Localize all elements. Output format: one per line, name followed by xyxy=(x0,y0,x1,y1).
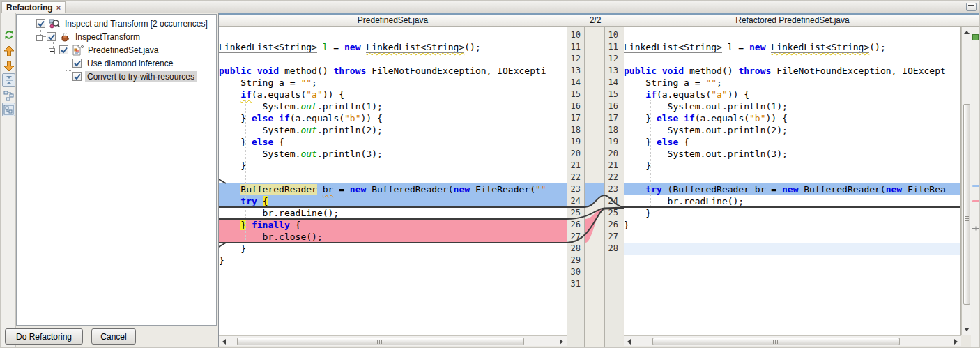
scroll-right-icon[interactable] xyxy=(954,339,958,345)
diff-region-border xyxy=(624,206,960,208)
code-line: } else if(a.equals("b")) { xyxy=(219,112,567,124)
scroll-up-icon[interactable] xyxy=(964,31,970,34)
code-line xyxy=(624,231,960,243)
code-line: System.out.println(3); xyxy=(219,148,567,160)
diff-region-border xyxy=(219,242,567,243)
tree-item-label: Convert to try-with-resources xyxy=(85,71,197,82)
vertical-scrollbar[interactable]: ​ xyxy=(961,27,971,335)
diff-region-border xyxy=(219,206,567,208)
checkbox[interactable] xyxy=(59,45,68,54)
code-line: } else if(a.equals("b")) { xyxy=(624,112,960,124)
diff-header: PredefinedSet.java 2/2 Refactored Predef… xyxy=(219,13,980,27)
collapse-node-icon[interactable] xyxy=(49,47,55,53)
java-file-icon xyxy=(72,45,83,56)
code-line xyxy=(219,172,567,183)
tree-item-label: InspectTransform xyxy=(73,31,142,43)
do-refactoring-button[interactable]: Do Refactoring xyxy=(5,328,83,345)
horizontal-scrollbar-thumb[interactable] xyxy=(652,338,900,345)
code-line xyxy=(219,266,567,278)
code-line xyxy=(624,243,960,255)
collapse-all-icon[interactable] xyxy=(2,73,15,87)
tree-item-label: Use diamond inference xyxy=(85,58,175,69)
refactoring-window: Refactoring × xyxy=(0,0,980,348)
tree-item-inspecttransform[interactable]: InspectTransform xyxy=(36,30,142,43)
code-line: } xyxy=(219,160,567,172)
left-file-title: PredefinedSet.java xyxy=(219,15,567,27)
code-line: System.out.println(2); xyxy=(219,124,567,136)
diff-connectors xyxy=(567,27,624,348)
diff-edge-curve xyxy=(219,27,227,335)
cancel-button[interactable]: Cancel xyxy=(91,328,136,345)
code-line xyxy=(219,29,567,41)
tree-connector xyxy=(66,70,72,71)
refactoring-preview-tree: Inspect and Transform [2 occurrences] In… xyxy=(16,14,217,326)
vertical-scrollbar-thumb[interactable]: ​ xyxy=(963,104,970,305)
code-line: LinkedList<String> l = new LinkedList<St… xyxy=(219,41,567,53)
code-line: } xyxy=(219,243,567,255)
checkbox[interactable] xyxy=(72,59,82,68)
added-diff-marker[interactable] xyxy=(972,185,979,187)
tree-item-inspect-and-transform[interactable]: Inspect and Transform [2 occurrences] xyxy=(36,17,210,30)
code-line: if(a.equals("a")) { xyxy=(624,89,960,100)
code-line: public void method() throws FileNotFound… xyxy=(624,65,960,77)
code-line: } xyxy=(624,160,960,172)
diff-counter: 2/2 xyxy=(567,15,624,27)
code-line: BufferedReader br = new BufferedReader(n… xyxy=(219,183,567,195)
code-line: System.out.println(1); xyxy=(624,100,960,112)
tree-item-convert-to-try-with-resources[interactable]: Convert to try-with-resources xyxy=(72,70,197,83)
code-line: LinkedList<String> l = new LinkedList<St… xyxy=(624,41,960,53)
tree-item-predefinedset-java[interactable]: PredefinedSet.java xyxy=(49,43,160,56)
source-code-panel[interactable]: LinkedList<String> l = new LinkedList<St… xyxy=(219,27,567,335)
scroll-left-icon[interactable] xyxy=(222,339,226,345)
sidebar-toolbar xyxy=(1,13,16,348)
code-line: br.close(); xyxy=(219,231,567,243)
removed-diff-marker[interactable] xyxy=(972,200,979,202)
code-line: String a = ""; xyxy=(219,77,567,89)
tab-title: Refactoring xyxy=(6,3,53,13)
code-line: br.readLine(); xyxy=(624,195,960,207)
inspect-transform-icon xyxy=(49,18,60,29)
code-line: } xyxy=(219,255,567,266)
code-line: br.readLine(); xyxy=(219,207,567,219)
java-class-icon xyxy=(59,31,70,43)
checkbox[interactable] xyxy=(36,19,45,28)
checkbox[interactable] xyxy=(72,72,82,81)
caret-position-marker xyxy=(972,225,979,232)
right-horizontal-scrollbar[interactable] xyxy=(624,335,961,346)
tree-item-label: Inspect and Transform [2 occurrences] xyxy=(63,18,210,29)
diff-gutter: 1011121314151617181920212223242526272829… xyxy=(567,27,624,348)
tab-refactoring[interactable]: Refactoring × xyxy=(1,1,66,13)
physical-view-icon[interactable] xyxy=(2,103,15,116)
code-line: } else { xyxy=(624,136,960,148)
scroll-down-icon[interactable] xyxy=(964,328,970,331)
next-occurrence-icon[interactable] xyxy=(2,59,15,73)
collapse-node-icon[interactable] xyxy=(36,33,43,40)
tree-connector xyxy=(66,84,72,84)
refresh-icon[interactable] xyxy=(2,28,15,42)
code-line: } finally { xyxy=(219,219,567,231)
code-line: System.out.println(3); xyxy=(624,148,960,160)
tree-item-use-diamond-inference[interactable]: Use diamond inference xyxy=(72,56,175,70)
minimize-window-icon[interactable] xyxy=(966,3,977,11)
code-line xyxy=(219,278,567,290)
code-line: if(a.equals("a")) { xyxy=(219,89,567,100)
code-line: try { xyxy=(219,195,567,207)
scroll-left-icon[interactable] xyxy=(627,339,631,345)
error-stripe[interactable] xyxy=(971,27,980,348)
logical-view-icon[interactable] xyxy=(2,89,15,103)
code-line: } xyxy=(624,219,960,231)
horizontal-scrollbar-thumb[interactable] xyxy=(237,338,524,345)
refactored-code-panel[interactable]: LinkedList<String> l = new LinkedList<St… xyxy=(624,27,961,335)
code-line xyxy=(624,172,960,183)
code-line xyxy=(219,53,567,65)
diff-region-border xyxy=(219,218,567,220)
left-horizontal-scrollbar[interactable] xyxy=(219,335,567,346)
tab-close-icon[interactable]: × xyxy=(56,4,61,11)
indent-guide xyxy=(650,100,651,207)
tree-item-label: PredefinedSet.java xyxy=(86,45,160,56)
checkbox[interactable] xyxy=(47,32,56,41)
scroll-right-icon[interactable] xyxy=(560,339,563,345)
sidebar: Inspect and Transform [2 occurrences] In… xyxy=(1,13,219,348)
code-line: System.out.println(1); xyxy=(219,100,567,112)
previous-occurrence-icon[interactable] xyxy=(2,44,15,58)
